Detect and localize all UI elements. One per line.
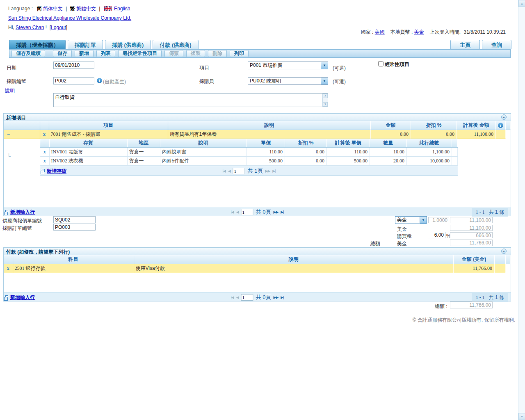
local-currency-link[interactable]: 美金 (414, 29, 424, 35)
next-page-icon[interactable]: ▶▶ (273, 295, 278, 299)
list-button[interactable]: 列表 (96, 50, 115, 57)
tab-purchase-cash[interactable]: 採購（現金採購） (9, 40, 66, 49)
purchase-no-label: 採購編號 (7, 78, 26, 85)
scroll-down-icon[interactable]: ▼ (323, 102, 328, 107)
delete-row-icon[interactable]: x (43, 131, 46, 137)
scroll-up-icon[interactable]: ▲ (323, 94, 328, 98)
sub-col-line-total: 此行總數 (407, 139, 452, 147)
add-entry-row-link[interactable]: 新增輸入行 (10, 209, 35, 216)
page-number-input[interactable] (233, 168, 245, 174)
company-link[interactable]: Sun Shing Electrical Appliance Wholesale… (8, 15, 131, 21)
col-amount-usd: 金額 (美金) (454, 255, 495, 264)
save-button[interactable]: 儲存 (53, 50, 72, 57)
chevron-down-icon[interactable]: ▼ (321, 78, 328, 84)
delete-row-icon[interactable]: x (43, 149, 46, 155)
payment-row[interactable]: x 2501 銀行存款 使用Visa付款 11,766.00 (4, 264, 511, 273)
last-page-icon[interactable]: ▶| (281, 210, 283, 214)
link-simplified-chinese[interactable]: 简体中文 (43, 6, 63, 11)
page-number-input[interactable] (241, 294, 253, 301)
save-and-continue-button[interactable]: 儲存及繼續 (11, 50, 45, 57)
delete-row-icon[interactable]: x (43, 158, 46, 164)
col-amount: 金額 (371, 121, 411, 130)
prev-page-icon[interactable]: ◀ (236, 210, 239, 214)
delete-row-icon[interactable]: x (7, 265, 9, 271)
add-inventory-link[interactable]: 新增存貨 (47, 168, 66, 175)
description-link[interactable]: 說明 (5, 88, 15, 94)
date-input[interactable] (53, 62, 94, 69)
chevron-down-icon[interactable]: ▼ (420, 217, 427, 224)
currency-select[interactable]: 美金 ▼ (395, 216, 427, 224)
col-account: 科目 (13, 255, 134, 264)
purchase-order-no-input[interactable] (53, 224, 96, 231)
add-entry-row-link[interactable]: 新增輸入行 (10, 294, 35, 301)
prev-page-icon[interactable]: ◀ (228, 169, 231, 173)
page-count-label: 共 0頁 (256, 208, 271, 216)
link-english[interactable]: English (114, 6, 130, 11)
purchase-no-input[interactable] (53, 77, 94, 84)
tab-payment-supplier[interactable]: 付款 (供應商) (153, 40, 198, 49)
divider: | (66, 6, 67, 11)
recurring-checkbox[interactable] (378, 61, 383, 66)
page-number-input[interactable] (241, 209, 253, 215)
payment-panel-header: 付款 (如修改，請雙擊下列行) ▲ (4, 248, 511, 255)
scroll-up-icon[interactable]: ▲ (518, 0, 525, 7)
find-recurring-button[interactable]: 尋找經常性項目 (118, 50, 162, 57)
tab-inquiry[interactable]: 查詢 (482, 40, 511, 49)
item-discount-cell: 0.00 (411, 130, 457, 139)
scroll-down-icon[interactable]: ▼ (518, 413, 525, 420)
description-textarea[interactable]: 自行取貨 (54, 94, 322, 107)
add-entry-row-label[interactable]: 新增輸入行 (10, 294, 35, 300)
inventory-row[interactable]: x INV001 電飯煲 貨倉一 內附說明書 110.00 0.00 110.0… (40, 147, 458, 156)
purchaser-select[interactable]: PU002 陳震明 ▼ (248, 77, 328, 85)
items-pager: |◀ ◀ 共 0頁 ▶▶ ▶| (231, 208, 283, 216)
tab-bar: 採購（現金採購） 採購訂單 採購 (供應商) 付款 (供應商) 主頁 查詢 (9, 39, 511, 49)
next-page-icon[interactable]: ▶▶ (273, 210, 278, 214)
inventory-row[interactable]: x INV002 洗衣機 貨倉一 內附5件配件 500.00 0.00 500.… (40, 156, 458, 165)
collapse-row-icon[interactable]: − (4, 131, 10, 137)
description-field: 自行取貨 ▲ ▼ (53, 93, 328, 107)
last-page-icon[interactable]: ▶| (281, 295, 283, 299)
tax-rate-input[interactable] (428, 232, 445, 238)
tab-purchase-order[interactable]: 採購訂單 (68, 40, 103, 49)
purchaser-optional-hint: (可選) (333, 78, 346, 85)
traditional-prefix: 繁 (70, 6, 75, 11)
copy-button: 複製 (186, 50, 205, 57)
supplier-quote-input[interactable] (53, 216, 96, 223)
first-page-icon[interactable]: |◀ (231, 210, 233, 214)
add-entry-row-label[interactable]: 新增輸入行 (10, 209, 35, 215)
currency-selected-value: 美金 (395, 216, 420, 224)
tab-purchase-supplier[interactable]: 採購 (供應商) (105, 40, 151, 49)
new-button[interactable]: 新增 (75, 50, 94, 57)
chevron-down-icon[interactable]: ▼ (321, 62, 328, 69)
copyright: © 會計通服務有限公司版權所有. 保留所有權利. (413, 317, 515, 324)
prev-page-icon[interactable]: ◀ (236, 295, 239, 299)
first-page-icon[interactable]: |◀ (231, 295, 233, 299)
delete-button: 刪除 (208, 50, 227, 57)
description-label-link[interactable]: 說明 (5, 87, 15, 94)
unit-price-cell: 500.00 (247, 156, 285, 165)
logout-link[interactable]: Logout (51, 25, 66, 30)
country-link[interactable]: 美國 (375, 29, 385, 35)
first-page-icon[interactable]: |◀ (222, 169, 225, 173)
subtotal-local-input (450, 225, 493, 231)
tab-home[interactable]: 主頁 (450, 40, 480, 49)
collapse-panel-icon[interactable]: ▲ (501, 249, 507, 254)
project-optional-hint: (可選) (333, 65, 346, 72)
link-traditional-chinese[interactable]: 繁體中文 (76, 6, 96, 11)
qty-cell: 20.00 (370, 156, 407, 165)
item-cell: 7001 銷售成本 - 採購部 (49, 130, 168, 139)
next-page-icon[interactable]: ▶▶ (265, 169, 270, 173)
sub-col-discount: 折扣 % (285, 139, 327, 147)
vertical-scrollbar[interactable]: ▲ ▼ (518, 0, 525, 420)
project-select[interactable]: P001 市場推廣 ▼ (248, 62, 328, 69)
subtotal-currency-label: 美金 (397, 226, 407, 233)
user-link[interactable]: Steven Chan (16, 25, 44, 30)
add-inventory-label[interactable]: 新增存貨 (47, 168, 66, 174)
collapse-panel-icon[interactable]: ▲ (501, 114, 507, 120)
item-row[interactable]: − x 7001 銷售成本 - 採購部 所有貨品均有1年保養 0.00 0.00… (4, 130, 511, 139)
print-button[interactable]: 列印 (230, 50, 249, 57)
last-page-icon[interactable]: ▶| (272, 169, 275, 173)
items-panel-title: 新增項目 (6, 115, 26, 121)
grand-total-input (450, 301, 493, 308)
inventory-pager: |◀ ◀ 共 1頁 ▶▶ ▶| (222, 167, 275, 175)
